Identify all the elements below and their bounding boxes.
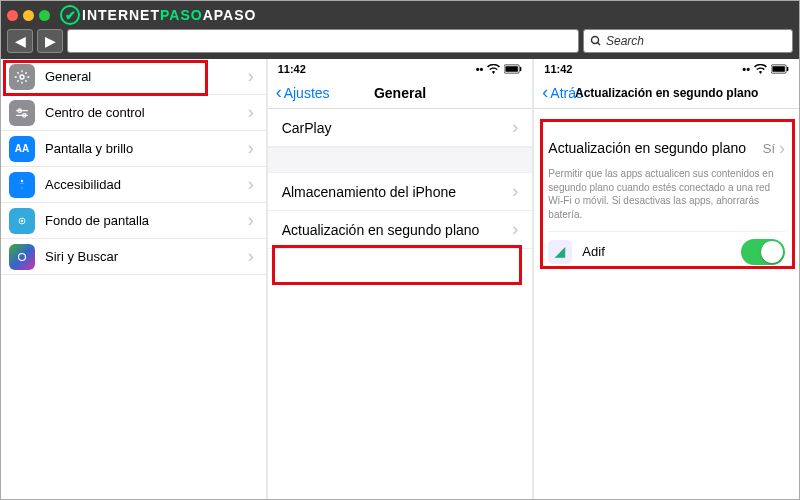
svg-rect-16	[787, 67, 788, 71]
brand-word-1: INTERNET	[82, 7, 160, 23]
setting-value: Sí	[763, 141, 775, 156]
browser-chrome: ✔ INTERNETPASOAPASO ◀ ▶ Search	[1, 1, 799, 59]
panel-bg-refresh: 11:42 •• ‹ Atrás Actualización en segund…	[534, 59, 799, 499]
nav-bar: ‹ Ajustes General	[268, 77, 533, 109]
close-window-button[interactable]	[7, 10, 18, 21]
app-icon: ◢	[548, 240, 572, 264]
signal-icon: ••	[742, 63, 750, 75]
row-storage[interactable]: Almacenamiento del iPhone ›	[268, 173, 533, 211]
svg-point-9	[21, 219, 23, 221]
settings-item-label: Centro de control	[45, 105, 145, 120]
battery-icon	[771, 64, 789, 74]
battery-icon	[504, 64, 522, 74]
brand-word-2: PASO	[160, 7, 203, 23]
site-logo: ✔ INTERNETPASOAPASO	[60, 5, 256, 25]
chevron-right-icon: ›	[512, 181, 518, 202]
settings-item-accessibility[interactable]: Accesibilidad ›	[1, 167, 266, 203]
nav-forward-button[interactable]: ▶	[37, 29, 63, 53]
wifi-icon	[487, 64, 500, 74]
chevron-right-icon: ›	[512, 219, 518, 240]
address-bar[interactable]	[67, 29, 579, 53]
svg-point-10	[19, 253, 26, 260]
minimize-window-button[interactable]	[23, 10, 34, 21]
svg-point-7	[21, 179, 23, 181]
chevron-right-icon: ›	[248, 246, 254, 267]
settings-item-general[interactable]: General ›	[1, 59, 266, 95]
chevron-right-icon: ›	[248, 102, 254, 123]
settings-item-control-center[interactable]: Centro de control ›	[1, 95, 266, 131]
settings-item-label: General	[45, 69, 91, 84]
svg-rect-15	[772, 66, 784, 72]
status-time: 11:42	[278, 63, 306, 75]
setting-label: Actualización en segundo plano	[548, 140, 746, 156]
svg-line-1	[598, 43, 601, 46]
settings-item-display[interactable]: AA Pantalla y brillo ›	[1, 131, 266, 167]
status-bar: 11:42 ••	[268, 59, 533, 77]
row-label: CarPlay	[282, 120, 332, 136]
window-controls	[7, 10, 50, 21]
content-area: General › Centro de control › AA Pantall…	[1, 59, 799, 499]
search-icon	[590, 35, 602, 47]
logo-icon: ✔	[60, 5, 80, 25]
maximize-window-button[interactable]	[39, 10, 50, 21]
chevron-right-icon: ›	[248, 66, 254, 87]
settings-item-wallpaper[interactable]: Fondo de pantalla ›	[1, 203, 266, 239]
search-placeholder: Search	[606, 34, 644, 48]
back-label: Ajustes	[284, 85, 330, 101]
setting-description: Permitir que las apps actualicen sus con…	[548, 165, 785, 231]
status-time: 11:42	[544, 63, 572, 75]
nav-back-button[interactable]: ◀	[7, 29, 33, 53]
settings-item-label: Accesibilidad	[45, 177, 121, 192]
svg-point-2	[20, 75, 24, 79]
status-bar: 11:42 ••	[534, 59, 799, 77]
svg-rect-13	[520, 67, 521, 71]
settings-item-label: Pantalla y brillo	[45, 141, 133, 156]
accessibility-icon	[9, 172, 35, 198]
row-label: Actualización en segundo plano	[282, 222, 480, 238]
row-carplay[interactable]: CarPlay ›	[268, 109, 533, 147]
back-button[interactable]: ‹ Atrás	[542, 82, 583, 103]
row-bg-refresh[interactable]: Actualización en segundo plano ›	[268, 211, 533, 249]
gear-icon	[9, 64, 35, 90]
panel-general: 11:42 •• ‹ Ajustes General CarPlay › Alm…	[268, 59, 535, 499]
settings-item-siri[interactable]: Siri y Buscar ›	[1, 239, 266, 275]
settings-item-label: Siri y Buscar	[45, 249, 118, 264]
wifi-icon	[754, 64, 767, 74]
svg-rect-12	[506, 66, 518, 72]
search-input[interactable]: Search	[583, 29, 793, 53]
svg-point-0	[592, 37, 599, 44]
chevron-right-icon: ›	[248, 138, 254, 159]
app-label: Adif	[582, 244, 604, 259]
signal-icon: ••	[476, 63, 484, 75]
chevron-left-icon: ‹	[542, 82, 548, 103]
back-label: Atrás	[550, 85, 583, 101]
chevron-right-icon: ›	[512, 117, 518, 138]
chevron-left-icon: ‹	[276, 82, 282, 103]
back-button[interactable]: ‹ Ajustes	[276, 82, 330, 103]
toggle-switch[interactable]	[741, 239, 785, 265]
display-icon: AA	[9, 136, 35, 162]
chevron-right-icon: ›	[248, 174, 254, 195]
siri-icon	[9, 244, 35, 270]
highlight-box	[272, 245, 523, 285]
chevron-right-icon: ›	[248, 210, 254, 231]
settings-item-label: Fondo de pantalla	[45, 213, 149, 228]
app-row-adif: ◢ Adif	[548, 231, 785, 271]
section-gap	[268, 147, 533, 173]
row-label: Almacenamiento del iPhone	[282, 184, 456, 200]
panel-settings-root: General › Centro de control › AA Pantall…	[1, 59, 268, 499]
nav-bar: ‹ Atrás Actualización en segundo plano	[534, 77, 799, 109]
sliders-icon	[9, 100, 35, 126]
setting-master-row[interactable]: Actualización en segundo plano Sí ›	[548, 131, 785, 165]
chevron-right-icon: ›	[779, 138, 785, 159]
wallpaper-icon	[9, 208, 35, 234]
brand-word-3: APASO	[203, 7, 257, 23]
